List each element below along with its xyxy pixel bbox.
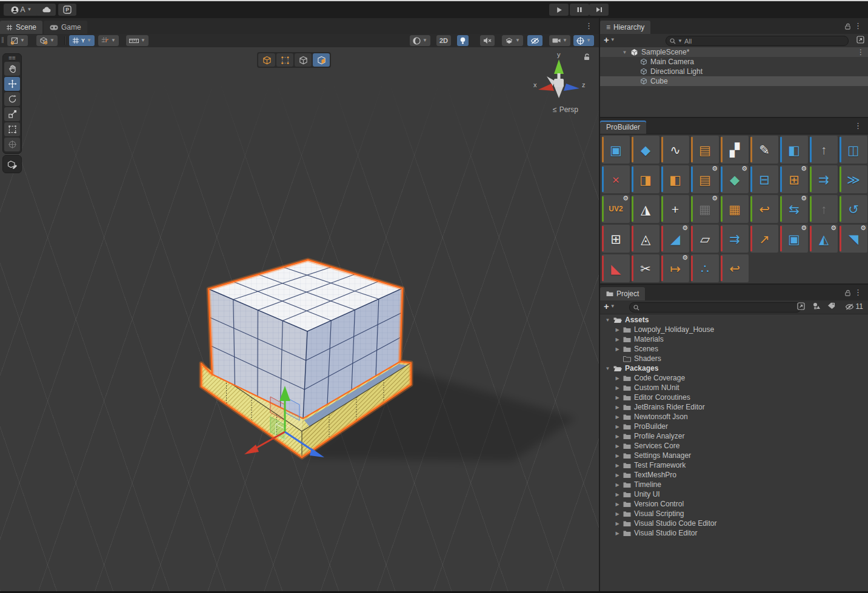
foldout-icon[interactable]: ▶ (613, 337, 621, 342)
orientation-gizmo[interactable]: y x z (529, 50, 589, 108)
hierarchy-menu-icon[interactable]: ⋮ (854, 22, 862, 30)
scene-viewport[interactable]: ≡≡ (0, 47, 599, 591)
search-by-label-button[interactable] (827, 302, 835, 310)
foldout-icon[interactable]: ▶ (613, 327, 621, 333)
options-gear-icon[interactable]: ⚙ (801, 225, 807, 231)
tab-scene[interactable]: Scene (0, 21, 42, 34)
hierarchy-search-input[interactable]: ▼ All (666, 36, 849, 46)
project-item-packages[interactable]: ▼Packages (600, 363, 868, 373)
grow-selection-button[interactable]: ⊞⚙ (780, 165, 808, 193)
hierarchy-item-main-camera[interactable]: Main Camera (600, 57, 868, 67)
center-pivot-button[interactable]: + (661, 195, 689, 223)
options-gear-icon[interactable]: ⚙ (682, 225, 688, 231)
foldout-icon[interactable]: ▶ (613, 434, 621, 439)
detach-faces-button[interactable]: ◥⚙ (840, 225, 867, 253)
merge-objects-button[interactable]: ↑ (810, 195, 838, 223)
vertex-mode-button[interactable] (276, 53, 293, 67)
foldout-icon[interactable]: ▶ (613, 405, 621, 410)
object-mode-button[interactable] (258, 53, 275, 67)
create-object-button[interactable]: + ▼ (604, 35, 615, 44)
tab-probuilder[interactable]: ProBuilder (600, 121, 646, 134)
foldout-icon[interactable]: ▶ (613, 346, 621, 352)
select-by-material-button[interactable]: ▤⚙ (691, 165, 719, 193)
lock-icon[interactable] (844, 23, 851, 30)
triangulate-object-button[interactable]: ◮ (632, 195, 659, 223)
smart-connect-button[interactable]: ∴ (691, 254, 719, 282)
move-tool-button[interactable] (4, 77, 20, 91)
cut-tool-button[interactable]: ✂ (632, 254, 659, 282)
project-search-input[interactable] (629, 302, 801, 313)
hierarchy-item-samplescene[interactable]: ▼SampleScene*⋮ (600, 47, 868, 57)
foldout-icon[interactable]: ▶ (613, 395, 621, 400)
project-item-custom-nunit[interactable]: ▶Custom NUnit (600, 383, 868, 393)
transform-tool-button[interactable] (4, 137, 20, 151)
foldout-icon[interactable]: ▶ (613, 453, 621, 459)
freeze-transform-button[interactable]: ↺ (840, 195, 867, 223)
step-button[interactable] (589, 4, 609, 16)
project-menu-icon[interactable]: ⋮ (854, 288, 862, 296)
probuilder-menu-icon[interactable]: ⋮ (854, 122, 862, 130)
project-item-visual-studio-code-editor[interactable]: ▶Visual Studio Code Editor (600, 518, 868, 528)
tool-handle-local-button[interactable]: ▼ (36, 35, 58, 46)
search-filter-caret-icon[interactable]: ▼ (678, 39, 683, 44)
handle-rotation-button[interactable]: ◧ (661, 165, 689, 193)
rect-tool-button[interactable] (4, 122, 20, 136)
view-hand-tool-button[interactable] (4, 62, 20, 76)
probuilder-window-button[interactable]: P (58, 4, 76, 16)
uv-editor-button[interactable]: ▞ (721, 136, 749, 164)
flip-face-normals-button[interactable]: ↗ (750, 225, 778, 253)
subdivide-object-button[interactable]: ▦ (721, 195, 749, 223)
triangulate-faces-button[interactable]: ◬ (632, 225, 659, 253)
project-item-materials[interactable]: ▶Materials (600, 334, 868, 344)
open-in-window-button[interactable] (856, 36, 864, 44)
options-gear-icon[interactable]: ⚙ (830, 225, 836, 231)
face-mode-button[interactable] (313, 53, 330, 67)
rotate-tool-button[interactable] (4, 92, 20, 106)
project-item-editor-coroutines[interactable]: ▶Editor Coroutines (600, 393, 868, 402)
conform-normals-button[interactable]: ⇆⚙ (780, 195, 808, 223)
foldout-icon[interactable]: ▶ (613, 472, 621, 478)
x-axis-cone[interactable] (538, 84, 554, 91)
vertex-colors-button[interactable]: ✎ (750, 136, 778, 164)
hierarchy-item-cube[interactable]: Cube (600, 76, 868, 86)
select-by-vertex-color-button[interactable]: ◆⚙ (721, 165, 749, 193)
new-shape-button[interactable]: ▣ (602, 136, 630, 164)
bevel-edges-button[interactable]: ◢⚙ (661, 225, 689, 253)
project-item-shaders[interactable]: Shaders (600, 354, 868, 363)
projection-toggle[interactable]: ≤ Persp (553, 105, 578, 114)
project-item-jetbrains-rider-editor[interactable]: ▶JetBrains Rider Editor (600, 402, 868, 412)
scene-lighting-button[interactable] (457, 35, 469, 46)
mirror-objects-button[interactable]: ▦⚙ (691, 195, 719, 223)
gizmos-toggle-button[interactable]: ▼ (573, 35, 594, 46)
scale-tool-button[interactable] (4, 107, 20, 121)
lightmap-uvs-button[interactable]: UV2⚙ (602, 195, 630, 223)
extrude-faces-button[interactable]: ⇉ (721, 225, 749, 253)
lock-icon[interactable] (844, 290, 851, 296)
project-item-code-coverage[interactable]: ▶Code Coverage (600, 373, 868, 383)
fill-hole-button[interactable]: ▱ (691, 225, 719, 253)
project-item-textmeshpro[interactable]: ▶TextMeshPro (600, 470, 868, 480)
options-gear-icon[interactable]: ⚙ (682, 254, 688, 261)
options-gear-icon[interactable]: ⚙ (801, 165, 807, 172)
hidden-packages-toggle[interactable]: 11 (845, 302, 863, 311)
shading-mode-button[interactable]: ▼ (410, 35, 430, 46)
2d-mode-button[interactable]: 2D (436, 35, 451, 46)
foldout-icon[interactable]: ▼ (604, 317, 612, 323)
flip-face-edge-button[interactable]: ↩ (721, 254, 749, 282)
foldout-icon[interactable]: ▶ (613, 385, 621, 391)
project-item-services-core[interactable]: ▶Services Core (600, 441, 868, 451)
foldout-icon[interactable]: ▶ (613, 511, 621, 517)
effects-toggle-button[interactable]: ▼ (502, 35, 523, 46)
flip-normals-button[interactable]: ↩ (750, 195, 778, 223)
foldout-icon[interactable]: ▶ (613, 492, 621, 497)
project-item-profile-analyzer[interactable]: ▶Profile Analyzer (600, 431, 868, 441)
z-axis-cone[interactable] (564, 84, 579, 91)
foldout-icon[interactable]: ▶ (613, 424, 621, 429)
subdivide-faces-button[interactable]: ⊞ (602, 225, 630, 253)
new-poly-shape-button[interactable]: ◆ (632, 136, 659, 164)
project-item-scenes[interactable]: ▶Scenes (600, 344, 868, 354)
account-menu-button[interactable]: A ▼ (4, 4, 39, 16)
shrink-selection-button[interactable]: ⊟ (750, 165, 778, 193)
project-item-probuilder[interactable]: ▶ProBuilder (600, 422, 868, 431)
options-gear-icon[interactable]: ⚙ (712, 195, 718, 202)
